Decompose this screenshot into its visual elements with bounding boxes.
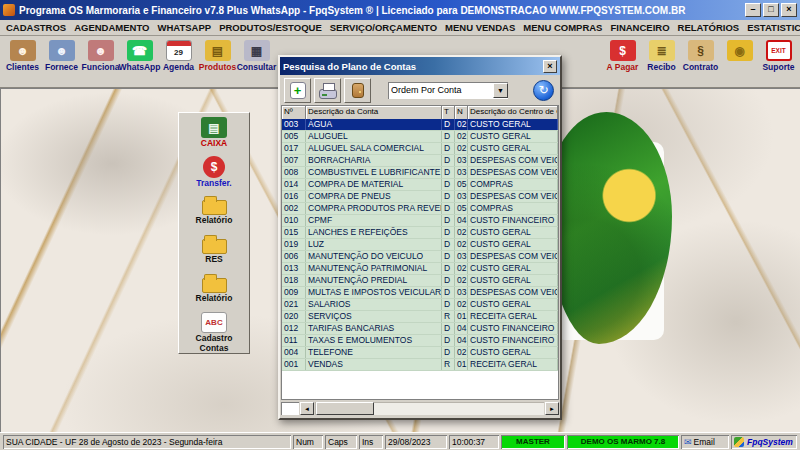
cell-n: 03: [455, 155, 468, 166]
cell-desc: MULTAS E IMPOSTOS VEICULAR: [306, 287, 442, 298]
close-button[interactable]: ×: [781, 3, 797, 17]
grid-row[interactable]: 016COMPRA DE PNEUSD03DESPESAS COM VEICUL…: [282, 191, 558, 203]
scroll-left-icon[interactable]: ◄: [300, 402, 314, 415]
grid-row[interactable]: 021SALARIOSD02CUSTO GERAL: [282, 299, 558, 311]
cell-n: 02: [455, 119, 468, 130]
cell-n: 02: [455, 299, 468, 310]
consultar-button[interactable]: ▦Consultar: [237, 37, 276, 87]
status-email[interactable]: ✉ Email: [681, 435, 729, 449]
caixa-button[interactable]: ▤CAIXA: [179, 115, 249, 154]
a-pagar-button[interactable]: $A Pagar: [603, 37, 642, 87]
maximize-button[interactable]: □: [763, 3, 779, 17]
cell-n: 02: [455, 275, 468, 286]
cell-n: 02: [455, 239, 468, 250]
transferencia-button[interactable]: $Transfer.: [179, 154, 249, 193]
recibo-button[interactable]: ≣Recibo: [642, 37, 681, 87]
grid-row[interactable]: 018MANUTENÇÃO PREDIALD02CUSTO GERAL: [282, 275, 558, 287]
cell-centro: DESPESAS COM VEICULO: [468, 251, 558, 262]
clientes-button[interactable]: ☻Clientes: [3, 37, 42, 87]
grid-row[interactable]: 020SERVIÇOSR01RECEITA GERAL: [282, 311, 558, 323]
cell-desc: ÁGUA: [306, 119, 442, 130]
grid-row[interactable]: 009MULTAS E IMPOSTOS VEICULARD03DESPESAS…: [282, 287, 558, 299]
relatorio-caixa-button[interactable]: Relatório: [179, 193, 249, 232]
status-num: Num: [293, 435, 323, 449]
dialog-titlebar[interactable]: Pesquisa do Plano de Contas ×: [280, 57, 560, 75]
dialog-close-button[interactable]: ×: [543, 60, 557, 73]
column-header-descricao-da-conta[interactable]: Descrição da Conta: [306, 106, 442, 119]
cell-desc: VENDAS: [306, 359, 442, 370]
menu-item-whatsapp[interactable]: WHATSAPP: [153, 22, 215, 33]
refresh-button[interactable]: ↻: [533, 80, 554, 101]
imprimir-button[interactable]: [314, 78, 341, 103]
grid-row[interactable]: 011TAXAS E EMOLUMENTOSD04CUSTO FINANCEIR…: [282, 335, 558, 347]
coins-button[interactable]: ◉: [720, 37, 759, 87]
whatsapp-button-label: WhatsApp: [118, 63, 160, 72]
menu-item-menu-compras[interactable]: MENU COMPRAS: [519, 22, 606, 33]
column-header-n[interactable]: Nº: [282, 106, 306, 119]
grid-row[interactable]: 002COMPRA PRODUTOS PRA REVENDAD05COMPRAS: [282, 203, 558, 215]
window-title: Programa OS Marmoraria e Financeiro v7.8…: [19, 5, 741, 16]
scrollbar-thumb[interactable]: [316, 402, 374, 415]
whatsapp-button[interactable]: ☎WhatsApp: [120, 37, 159, 87]
grid-row[interactable]: 008COMBUSTIVEL E LUBRIFICANTED03DESPESAS…: [282, 167, 558, 179]
grid-row[interactable]: 010CPMFD04CUSTO FINANCEIRO: [282, 215, 558, 227]
scroll-right-icon[interactable]: ►: [545, 402, 559, 415]
chevron-down-icon[interactable]: ▼: [493, 83, 508, 98]
menu-item-cadastros[interactable]: CADASTROS: [2, 22, 70, 33]
sair-button[interactable]: [344, 78, 371, 103]
column-header-descricao-do-centro-de-custo[interactable]: Descrição do Centro de Custo: [468, 106, 558, 119]
relatorio-contas-button[interactable]: Relatório: [179, 271, 249, 310]
grid-header: NºDescrição da ContaTNDescrição do Centr…: [282, 106, 558, 119]
menu-item-relatorios[interactable]: RELATÓRIOS: [674, 22, 744, 33]
company-logo: [546, 112, 672, 344]
exit-door-icon: [352, 83, 364, 98]
cell-num: 012: [282, 323, 306, 334]
menu-item-estatistica[interactable]: ESTATISTICA: [743, 22, 800, 33]
cell-centro: COMPRAS: [468, 179, 558, 190]
cell-t: D: [442, 335, 455, 346]
produtos-button[interactable]: ▤Produtos: [198, 37, 237, 87]
contrato-button[interactable]: §Contrato: [681, 37, 720, 87]
resumo-button[interactable]: RES: [179, 232, 249, 271]
cell-num: 019: [282, 239, 306, 250]
funcionarios-button[interactable]: ☻Funciona: [81, 37, 120, 87]
order-combo[interactable]: Ordem Por Conta ▼: [388, 82, 508, 99]
menu-item-agendamento[interactable]: AGENDAMENTO: [70, 22, 153, 33]
grid-row[interactable]: 005ALUGUELD02CUSTO GERAL: [282, 131, 558, 143]
order-combo-value: Ordem Por Conta: [391, 85, 493, 95]
cadastro-contas-button-label2: Contas: [200, 344, 229, 353]
suporte-button[interactable]: EXITSuporte: [759, 37, 798, 87]
grid-row[interactable]: 015LANCHES E REFEIÇÕESD02CUSTO GERAL: [282, 227, 558, 239]
column-header-t[interactable]: T: [442, 106, 455, 119]
abc-icon: ABC: [201, 312, 227, 333]
cadastro-contas-button[interactable]: ABCCadastroContas: [179, 310, 249, 349]
cell-t: D: [442, 167, 455, 178]
cell-desc: LANCHES E REFEIÇÕES: [306, 227, 442, 238]
search-box[interactable]: [281, 402, 299, 415]
grid-row[interactable]: 012TARIFAS BANCARIASD04CUSTO FINANCEIRO: [282, 323, 558, 335]
column-header-n[interactable]: N: [455, 106, 468, 119]
grid-row[interactable]: 003ÁGUAD02CUSTO GERAL: [282, 119, 558, 131]
grid-row[interactable]: 001VENDASR01RECEITA GERAL: [282, 359, 558, 371]
suporte-button-label: Suporte: [762, 63, 794, 72]
cell-n: 04: [455, 215, 468, 226]
scrollbar-track[interactable]: [315, 402, 544, 415]
grid-row[interactable]: 006MANUTENÇÃO DO VEICULOD03DESPESAS COM …: [282, 251, 558, 263]
cell-desc: COMPRA PRODUTOS PRA REVENDA: [306, 203, 442, 214]
novo-button[interactable]: +: [284, 78, 311, 103]
grid-row[interactable]: 007BORRACHARIAD03DESPESAS COM VEICULO: [282, 155, 558, 167]
menu-item-servico-orcamento[interactable]: SERVIÇO/ORÇAMENTO: [326, 22, 441, 33]
fornecedores-button[interactable]: ☻Fornece: [42, 37, 81, 87]
minimize-button[interactable]: –: [745, 3, 761, 17]
grid-row[interactable]: 017ALUGUEL SALA COMERCIALD02CUSTO GERAL: [282, 143, 558, 155]
grid-row[interactable]: 004TELEFONED02CUSTO GERAL: [282, 347, 558, 359]
grid-row[interactable]: 013MANUTENÇÃO PATRIMONIALD02CUSTO GERAL: [282, 263, 558, 275]
menu-item-produtos-estoque[interactable]: PRODUTOS/ESTOQUE: [215, 22, 326, 33]
cell-n: 02: [455, 143, 468, 154]
application-window: Programa OS Marmoraria e Financeiro v7.8…: [0, 0, 800, 450]
grid-row[interactable]: 019LUZD02CUSTO GERAL: [282, 239, 558, 251]
menu-item-menu-vendas[interactable]: MENU VENDAS: [441, 22, 519, 33]
grid-row[interactable]: 014COMPRA DE MATERIALD05COMPRAS: [282, 179, 558, 191]
agenda-button[interactable]: 29Agenda: [159, 37, 198, 87]
menu-item-financeiro[interactable]: FINANCEIRO: [606, 22, 673, 33]
